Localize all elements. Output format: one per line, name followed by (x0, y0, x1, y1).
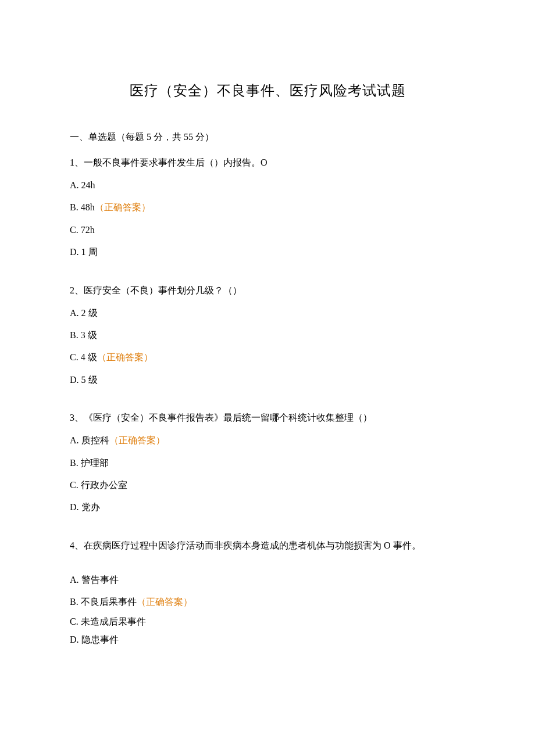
question-3-option-d: D. 党办 (70, 496, 465, 518)
question-1-option-b: B. 48h（正确答案） (70, 196, 465, 218)
spacer (70, 519, 465, 536)
option-text: C. 4 级 (70, 352, 97, 362)
correct-answer-tag: （正确答案） (109, 435, 165, 445)
question-1-option-c: C. 72h (70, 219, 465, 241)
spacer (70, 557, 465, 569)
question-1-option-a: A. 24h (70, 174, 465, 196)
question-4-option-b: B. 不良后果事件（正确答案） (70, 591, 465, 613)
question-1-stem: 1、一般不良事件要求事件发生后（）内报告。O (70, 153, 465, 172)
correct-answer-tag: （正确答案） (137, 597, 192, 607)
spacer (70, 264, 465, 281)
option-text: A. 质控科 (70, 435, 109, 445)
question-4-stem: 4、在疾病医疗过程中因诊疗活动而非疾病本身造成的患者机体与功能损害为 O 事件。 (70, 536, 465, 555)
question-3-stem: 3、《医疗（安全）不良事件报告表》最后统一留哪个科统计收集整理（） (70, 409, 465, 427)
spacer (70, 391, 465, 409)
question-4-option-a: A. 警告事件 (70, 569, 465, 591)
question-2-option-b: B. 3 级 (70, 324, 465, 346)
exam-page: 医疗（安全）不良事件、医疗风险考试试题 一、单选题（每题 5 分，共 55 分）… (0, 0, 535, 707)
question-3-option-c: C. 行政办公室 (70, 474, 465, 496)
question-2-stem: 2、医疗安全（不良）事件划分几级？（） (70, 281, 465, 300)
page-title: 医疗（安全）不良事件、医疗风险考试试题 (70, 81, 465, 100)
section-heading: 一、单选题（每题 5 分，共 55 分） (70, 128, 465, 146)
question-3-option-a: A. 质控科（正确答案） (70, 429, 465, 452)
question-3-option-b: B. 护理部 (70, 452, 465, 474)
question-2-option-d: D. 5 级 (70, 369, 465, 391)
question-2-option-a: A. 2 级 (70, 302, 465, 324)
question-1-option-d: D. 1 周 (70, 241, 465, 263)
option-text: B. 不良后果事件 (70, 597, 137, 607)
question-4-option-d: D. 隐患事件 (70, 631, 465, 648)
question-2-option-c: C. 4 级（正确答案） (70, 346, 465, 368)
correct-answer-tag: （正确答案） (97, 352, 153, 362)
correct-answer-tag: （正确答案） (95, 202, 151, 212)
question-4-option-c: C. 未造成后果事件 (70, 613, 465, 630)
option-text: B. 48h (70, 202, 95, 212)
